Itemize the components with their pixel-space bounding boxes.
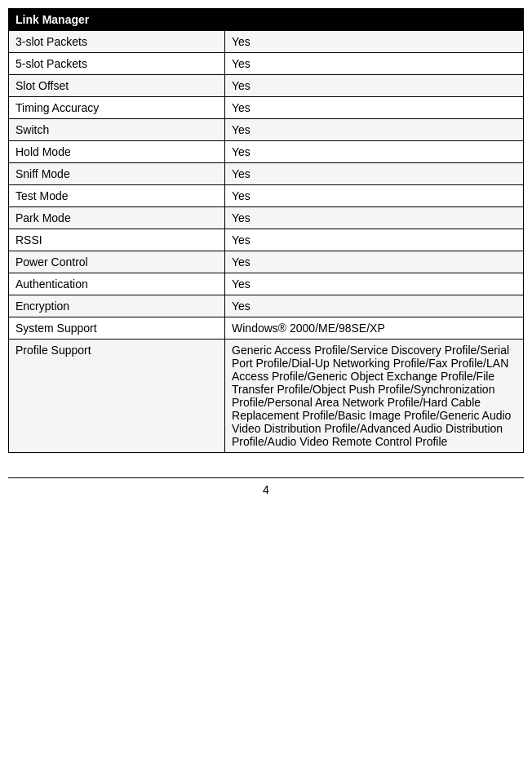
feature-cell: Encryption [9,295,225,317]
value-cell: Yes [225,141,524,163]
page-content: Link Manager 3-slot PacketsYes5-slot Pac… [8,8,524,453]
table-header: Link Manager [9,9,524,31]
table-row: Park ModeYes [9,207,524,229]
table-row: 3-slot PacketsYes [9,31,524,53]
feature-cell: Profile Support [9,340,225,453]
feature-cell: System Support [9,317,225,340]
link-manager-table: Link Manager 3-slot PacketsYes5-slot Pac… [8,8,524,453]
feature-cell: Slot Offset [9,75,225,97]
feature-cell: Power Control [9,251,225,273]
value-cell: Yes [225,251,524,273]
value-cell: Generic Access Profile/Service Discovery… [225,340,524,453]
table-row: Power ControlYes [9,251,524,273]
value-cell: Yes [225,163,524,185]
table-row: RSSIYes [9,229,524,251]
value-cell: Yes [225,75,524,97]
value-cell: Yes [225,185,524,207]
table-row: SwitchYes [9,119,524,141]
feature-cell: Hold Mode [9,141,225,163]
table-row: Test ModeYes [9,185,524,207]
value-cell: Yes [225,53,524,75]
value-cell: Yes [225,273,524,295]
table-row: Hold ModeYes [9,141,524,163]
feature-cell: Sniff Mode [9,163,225,185]
table-row: 5-slot PacketsYes [9,53,524,75]
table-row: System SupportWindows® 2000/ME/98SE/XP [9,317,524,340]
table-row: AuthenticationYes [9,273,524,295]
page-footer: 4 [8,477,524,496]
feature-cell: Switch [9,119,225,141]
table-row: Timing AccuracyYes [9,97,524,119]
feature-cell: Authentication [9,273,225,295]
table-row: Sniff ModeYes [9,163,524,185]
value-cell: Windows® 2000/ME/98SE/XP [225,317,524,340]
value-cell: Yes [225,31,524,53]
feature-cell: 3-slot Packets [9,31,225,53]
value-cell: Yes [225,295,524,317]
value-cell: Yes [225,207,524,229]
feature-cell: Park Mode [9,207,225,229]
table-row: Slot OffsetYes [9,75,524,97]
table-row: Profile SupportGeneric Access Profile/Se… [9,340,524,453]
page-number: 4 [263,483,269,496]
value-cell: Yes [225,119,524,141]
feature-cell: RSSI [9,229,225,251]
feature-cell: Timing Accuracy [9,97,225,119]
feature-cell: Test Mode [9,185,225,207]
feature-cell: 5-slot Packets [9,53,225,75]
value-cell: Yes [225,229,524,251]
value-cell: Yes [225,97,524,119]
table-row: EncryptionYes [9,295,524,317]
